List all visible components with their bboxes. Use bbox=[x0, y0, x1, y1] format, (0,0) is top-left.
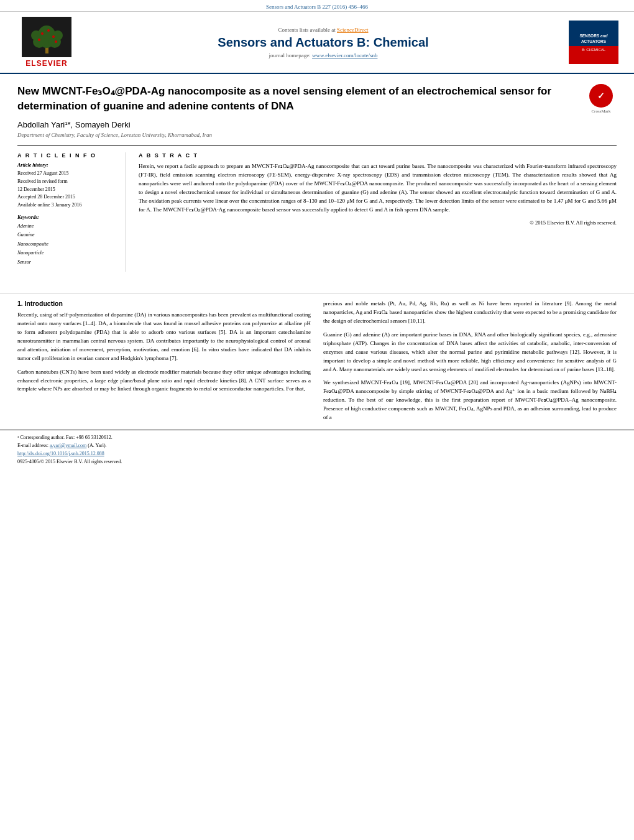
email-label: E-mail address: bbox=[17, 443, 48, 448]
body-paragraph-1: Recently, using of self-polymerization o… bbox=[17, 311, 311, 363]
corresponding-author: ¹ Corresponding author. Fax: +98 66 3312… bbox=[17, 434, 617, 442]
doi-link[interactable]: http://dx.doi.org/10.1016/j.snb.2015.12.… bbox=[17, 451, 104, 456]
keyword-sensor: Sensor bbox=[17, 258, 119, 267]
body-paragraph-3: precious and noble metals (Pt, Au, Pd, A… bbox=[323, 300, 617, 326]
elsevier-tree-svg bbox=[24, 18, 70, 57]
received-revised-text: Received in revised form12 December 2015 bbox=[17, 178, 119, 194]
journal-ref-text: Sensors and Actuators B 227 (2016) 456–4… bbox=[266, 4, 368, 10]
body-paragraph-2: Carbon nanotubes (CNTs) have been used w… bbox=[17, 368, 311, 394]
article-content: New MWCNT-Fe₃O₄@PDA-Ag nanocomposite as … bbox=[0, 74, 634, 287]
svg-point-7 bbox=[41, 32, 44, 35]
sensors-logo-box: SENSORS and ACTUATORS B: CHEMICAL bbox=[566, 21, 622, 64]
abstract-text: Herein, we report a facile approach to p… bbox=[139, 162, 617, 215]
homepage-link[interactable]: www.elsevier.com/locate/snb bbox=[312, 52, 377, 58]
section-divider bbox=[0, 293, 634, 293]
authors-text: Abdollah Yari¹*, Somayeh Derki bbox=[17, 120, 131, 129]
body-paragraph-5: We synthesized MWCNT-Fe₃O₄ [19], MWCNT-F… bbox=[323, 379, 617, 422]
issn-line: 0925-4005/© 2015 Elsevier B.V. All right… bbox=[17, 458, 617, 466]
article-info-column: A R T I C L E I N F O Article history: R… bbox=[17, 152, 126, 272]
abstract-header: A B S T R A C T bbox=[139, 152, 617, 159]
corresponding-text: ¹ Corresponding author. Fax: +98 66 3312… bbox=[17, 435, 113, 440]
email-link[interactable]: a.yari@ymail.com bbox=[50, 443, 86, 448]
article-info-abstract-section: A R T I C L E I N F O Article history: R… bbox=[17, 145, 617, 272]
contents-available-line: Contents lists available at ScienceDirec… bbox=[93, 27, 553, 33]
svg-point-11 bbox=[55, 40, 57, 43]
sensors-logo-bottom-text: B: CHEMICAL bbox=[571, 48, 617, 52]
keyword-nanoparticle: Nanoparticle bbox=[17, 249, 119, 257]
elsevier-tree-icon bbox=[22, 17, 71, 57]
crossmark-logo[interactable]: ✓ CrossMark bbox=[586, 84, 617, 114]
keyword-guanine: Guanine bbox=[17, 231, 119, 239]
article-history-section: Article history: Received 27 August 2015… bbox=[17, 162, 119, 210]
keywords-list: Adenine Guanine Nanocomposite Nanopartic… bbox=[17, 222, 119, 267]
available-text: Available online 3 January 2016 bbox=[17, 201, 119, 210]
received-text: Received 27 August 2015 bbox=[17, 170, 119, 178]
body-two-columns: 1. Introduction Recently, using of self-… bbox=[0, 300, 634, 427]
crossmark-circle-icon: ✓ bbox=[589, 84, 613, 108]
sciencedirect-link[interactable]: ScienceDirect bbox=[337, 27, 368, 33]
affiliation-line: Department of Chemistry, Faculty of Scie… bbox=[17, 132, 617, 138]
homepage-label: journal homepage: bbox=[269, 52, 311, 58]
received-date: Received 27 August 2015 Received in revi… bbox=[17, 170, 119, 210]
accepted-text: Accepted 28 December 2015 bbox=[17, 193, 119, 201]
keywords-section: Keywords: Adenine Guanine Nanocomposite … bbox=[17, 215, 119, 267]
elsevier-brand-text: ELSEVIER bbox=[25, 59, 67, 68]
email-name: (A. Yari). bbox=[88, 443, 106, 448]
crossmark-label: CrossMark bbox=[591, 109, 610, 114]
keyword-nanocomposite: Nanocomposite bbox=[17, 240, 119, 249]
keywords-label: Keywords: bbox=[17, 215, 119, 220]
svg-point-9 bbox=[52, 35, 55, 38]
body-column-left: 1. Introduction Recently, using of self-… bbox=[17, 300, 311, 427]
sensors-actuators-logo: SENSORS and ACTUATORS B: CHEMICAL bbox=[569, 21, 618, 64]
homepage-line: journal homepage: www.elsevier.com/locat… bbox=[93, 52, 553, 58]
body-paragraph-4: Guanine (G) and adenine (A) are importan… bbox=[323, 331, 617, 374]
footnotes-area: ¹ Corresponding author. Fax: +98 66 3312… bbox=[0, 430, 634, 469]
journal-main-title: Sensors and Actuators B: Chemical bbox=[93, 35, 553, 50]
svg-point-10 bbox=[38, 39, 40, 41]
body-column-right: precious and noble metals (Pt, Au, Pd, A… bbox=[323, 300, 617, 427]
email-footnote: E-mail address: a.yari@ymail.com (A. Yar… bbox=[17, 442, 617, 450]
contents-text: Contents lists available at bbox=[278, 27, 336, 33]
history-label: Article history: bbox=[17, 162, 119, 168]
svg-point-8 bbox=[47, 29, 50, 32]
article-title: New MWCNT-Fe₃O₄@PDA-Ag nanocomposite as … bbox=[17, 84, 579, 114]
elsevier-logo: ELSEVIER bbox=[12, 17, 81, 68]
page: Sensors and Actuators B 227 (2016) 456–4… bbox=[0, 0, 634, 840]
abstract-column: A B S T R A C T Herein, we report a faci… bbox=[139, 152, 617, 272]
journal-header: ELSEVIER Contents lists available at Sci… bbox=[0, 12, 634, 74]
intro-section-title: 1. Introduction bbox=[17, 300, 311, 307]
svg-point-6 bbox=[53, 30, 63, 40]
doi-line: http://dx.doi.org/10.1016/j.snb.2015.12.… bbox=[17, 450, 617, 458]
keyword-adenine: Adenine bbox=[17, 222, 119, 231]
journal-title-center: Contents lists available at ScienceDirec… bbox=[81, 27, 566, 58]
authors-line: Abdollah Yari¹*, Somayeh Derki bbox=[17, 120, 617, 129]
copyright-line: © 2015 Elsevier B.V. All rights reserved… bbox=[139, 219, 617, 226]
article-title-section: New MWCNT-Fe₃O₄@PDA-Ag nanocomposite as … bbox=[17, 84, 617, 114]
article-title-text: New MWCNT-Fe₃O₄@PDA-Ag nanocomposite as … bbox=[17, 85, 551, 112]
journal-ref-bar: Sensors and Actuators B 227 (2016) 456–4… bbox=[0, 0, 634, 12]
article-info-header: A R T I C L E I N F O bbox=[17, 152, 119, 159]
